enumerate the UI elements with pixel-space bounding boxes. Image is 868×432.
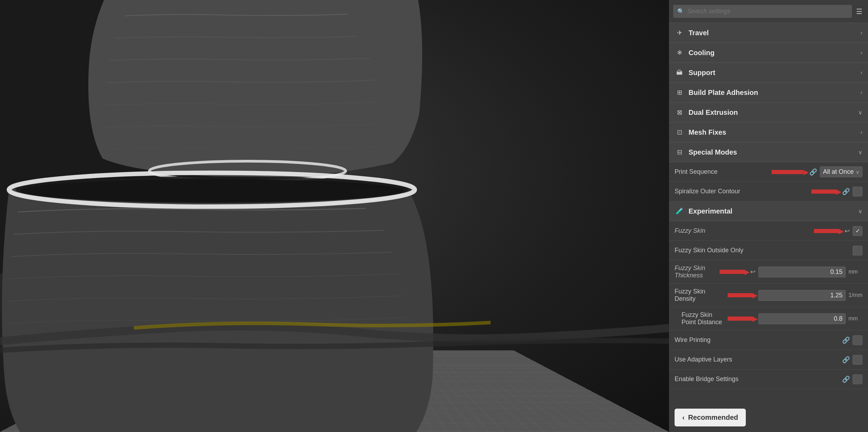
recommended-label: Recommended [688, 414, 738, 422]
special-modes-label: Special Modes [689, 148, 854, 156]
travel-label: Travel [689, 29, 856, 37]
setting-fuzzy-skin-density: Fuzzy Skin Density ▶ 1/mm [669, 284, 868, 307]
fuzzy-skin-density-unit: 1/mm [848, 292, 862, 298]
spiralize-label: Spiralize Outer Contour [675, 188, 809, 195]
fuzzy-skin-arrow: ▶ [814, 229, 842, 233]
print-sequence-arrow: ▶ [772, 170, 807, 174]
recommended-chevron-icon: ‹ [682, 414, 685, 422]
print-sequence-dropdown[interactable]: All at Once ∨ [820, 166, 862, 177]
svg-point-7 [20, 179, 404, 202]
support-chevron: ‹ [861, 69, 862, 76]
enable-bridge-settings-checkbox[interactable] [853, 374, 862, 384]
fuzzy-skin-thickness-arrow: ▶ [720, 270, 748, 274]
3d-viewport [0, 0, 669, 432]
fuzzy-skin-thickness-reset-icon[interactable]: ↩ [750, 268, 756, 276]
spiralize-checkbox[interactable] [853, 187, 862, 196]
experimental-chevron: ∨ [858, 208, 862, 215]
fuzzy-skin-density-arrow: ▶ [728, 293, 756, 297]
special-modes-icon: ⊟ [675, 147, 684, 157]
setting-fuzzy-skin-outside-only: Fuzzy Skin Outside Only [669, 241, 868, 260]
setting-fuzzy-skin-thickness: Fuzzy Skin Thickness ▶ ↩ mm [669, 260, 868, 284]
mesh-fixes-label: Mesh Fixes [689, 128, 856, 136]
dual-extrusion-label: Dual Extrusion [689, 109, 854, 117]
enable-bridge-settings-link-icon[interactable]: 🔗 [842, 375, 850, 383]
fuzzy-skin-density-input[interactable] [758, 290, 846, 301]
fuzzy-skin-point-distance-unit: mm [848, 315, 862, 322]
settings-panel: 🔍 ☰ ✈ Travel ‹ ❄ Cooling ‹ 🏔 Support ‹ ⊞… [669, 0, 868, 432]
setting-print-sequence: Print Sequence ▶ 🔗 All at Once ∨ [669, 162, 868, 182]
search-input[interactable] [687, 8, 848, 15]
wire-printing-link-icon[interactable]: 🔗 [842, 336, 850, 344]
fuzzy-skin-checkbox[interactable] [853, 226, 862, 236]
wire-printing-label: Wire Printing [675, 336, 839, 344]
setting-use-adaptive-layers: Use Adaptive Layers 🔗 [669, 350, 868, 370]
dual-extrusion-chevron: ∨ [858, 109, 862, 116]
experimental-icon: 🧪 [675, 206, 684, 216]
wire-printing-checkbox[interactable] [853, 335, 862, 345]
fuzzy-skin-reset-icon[interactable]: ↩ [845, 227, 850, 235]
setting-fuzzy-skin-point-distance: Fuzzy Skin Point Distance ▶ mm [669, 307, 868, 330]
build-plate-label: Build Plate Adhesion [689, 89, 856, 97]
fuzzy-skin-outside-only-checkbox[interactable] [853, 246, 862, 255]
settings-list: ✈ Travel ‹ ❄ Cooling ‹ 🏔 Support ‹ ⊞ Bui… [669, 23, 868, 403]
category-mesh-fixes[interactable]: ⊡ Mesh Fixes ‹ [669, 122, 868, 142]
fuzzy-skin-density-label: Fuzzy Skin Density [675, 288, 725, 303]
category-travel[interactable]: ✈ Travel ‹ [669, 23, 868, 43]
cooling-chevron: ‹ [861, 50, 862, 56]
print-sequence-label: Print Sequence [675, 168, 769, 176]
enable-bridge-settings-label: Enable Bridge Settings [675, 375, 839, 383]
fuzzy-skin-point-distance-label: Fuzzy Skin Point Distance [675, 311, 725, 326]
cooling-icon: ❄ [675, 48, 684, 58]
use-adaptive-layers-link-icon[interactable]: 🔗 [842, 356, 850, 364]
hamburger-menu-icon[interactable]: ☰ [855, 6, 864, 17]
category-special-modes[interactable]: ⊟ Special Modes ∨ [669, 142, 868, 162]
use-adaptive-layers-label: Use Adaptive Layers [675, 356, 839, 363]
search-icon: 🔍 [677, 8, 684, 15]
fuzzy-skin-point-distance-arrow: ▶ [728, 316, 756, 321]
support-label: Support [689, 69, 856, 77]
print-sequence-value: All at Once [823, 168, 854, 176]
build-plate-icon: ⊞ [675, 88, 684, 97]
spiralize-arrow: ▶ [811, 189, 839, 194]
dropdown-chevron-icon: ∨ [856, 169, 859, 175]
setting-spiralize: Spiralize Outer Contour ▶ 🔗 [669, 182, 868, 201]
setting-wire-printing: Wire Printing 🔗 [669, 330, 868, 350]
setting-fuzzy-skin: Fuzzy Skin ▶ ↩ [669, 221, 868, 241]
cups-render [0, 0, 669, 432]
spiralize-link-icon[interactable]: 🔗 [842, 188, 850, 195]
fuzzy-skin-outside-only-label: Fuzzy Skin Outside Only [675, 247, 850, 254]
recommended-button[interactable]: ‹ Recommended [675, 409, 746, 426]
mesh-fixes-icon: ⊡ [675, 127, 684, 137]
search-input-wrapper[interactable]: 🔍 [673, 5, 852, 18]
fuzzy-skin-thickness-label: Fuzzy Skin Thickness [675, 265, 717, 279]
category-support[interactable]: 🏔 Support ‹ [669, 63, 868, 83]
mesh-fixes-chevron: ‹ [861, 129, 862, 135]
special-modes-chevron: ∨ [858, 149, 862, 156]
setting-enable-bridge-settings: Enable Bridge Settings 🔗 [669, 370, 868, 389]
use-adaptive-layers-checkbox[interactable] [853, 355, 862, 365]
fuzzy-skin-label: Fuzzy Skin [675, 227, 811, 234]
dual-extrusion-icon: ⊠ [675, 107, 684, 117]
fuzzy-skin-thickness-unit: mm [848, 269, 862, 275]
fuzzy-skin-point-distance-input[interactable] [758, 313, 846, 324]
build-plate-chevron: ‹ [861, 89, 862, 96]
category-experimental[interactable]: 🧪 Experimental ∨ [669, 201, 868, 221]
fuzzy-skin-thickness-input[interactable] [758, 267, 846, 277]
category-build-plate[interactable]: ⊞ Build Plate Adhesion ‹ [669, 83, 868, 103]
support-icon: 🏔 [675, 68, 684, 77]
travel-chevron: ‹ [861, 30, 862, 36]
print-sequence-link-icon[interactable]: 🔗 [809, 168, 817, 176]
experimental-label: Experimental [689, 207, 854, 215]
cooling-label: Cooling [689, 49, 856, 57]
travel-icon: ✈ [675, 28, 684, 38]
search-bar: 🔍 ☰ [669, 0, 868, 23]
category-cooling[interactable]: ❄ Cooling ‹ [669, 43, 868, 63]
category-dual-extrusion[interactable]: ⊠ Dual Extrusion ∨ [669, 103, 868, 122]
